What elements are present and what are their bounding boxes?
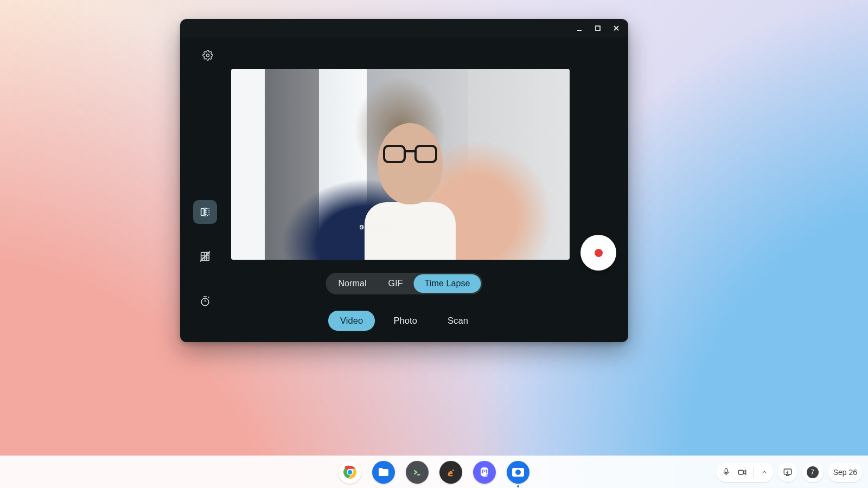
shelf-pinned-apps: [339, 461, 529, 484]
minimize-button[interactable]: [572, 21, 587, 36]
mirror-icon: [199, 206, 211, 218]
svg-rect-5: [201, 209, 205, 216]
active-app-indicator: [517, 485, 519, 487]
shelf: 7 Sep 26: [0, 455, 868, 488]
screen-capture-button[interactable]: [778, 463, 797, 482]
shelf-status-area: 7 Sep 26: [716, 463, 863, 482]
window-titlebar: [180, 19, 628, 37]
app-camera[interactable]: [507, 461, 529, 484]
squirrel-icon: [444, 465, 458, 479]
svg-rect-1: [596, 26, 600, 30]
video-mode-selector: Normal GIF Time Lapse: [326, 273, 482, 294]
svg-rect-7: [206, 209, 209, 216]
date-button[interactable]: Sep 26: [828, 463, 863, 482]
settings-button[interactable]: [200, 47, 216, 63]
left-tools: [193, 200, 217, 313]
chrome-icon: [341, 464, 359, 481]
capture-mode-video[interactable]: Video: [328, 311, 375, 331]
svg-line-13: [200, 252, 210, 261]
video-mode-timelapse[interactable]: Time Lapse: [414, 274, 481, 293]
camera-app-window: Google: [180, 19, 628, 342]
app-terminal[interactable]: [406, 461, 429, 484]
mic-icon: [722, 467, 731, 477]
app-mastodon[interactable]: [473, 461, 496, 484]
video-mode-normal[interactable]: Normal: [327, 274, 377, 293]
video-icon: [737, 467, 747, 477]
svg-point-20: [348, 470, 353, 474]
viewfinder-content: [383, 145, 437, 164]
svg-line-17: [208, 297, 209, 298]
screen-capture-icon: [783, 467, 793, 477]
svg-marker-26: [744, 470, 746, 474]
mirror-button[interactable]: [193, 200, 217, 224]
svg-rect-25: [738, 470, 743, 474]
viewfinder-content: [365, 202, 456, 260]
svg-rect-23: [725, 468, 727, 473]
terminal-icon: [411, 466, 423, 478]
app-files[interactable]: [372, 461, 395, 484]
media-indicators[interactable]: [716, 463, 774, 482]
app-chrome[interactable]: [339, 461, 361, 484]
mastodon-icon: [478, 466, 491, 479]
camera-viewfinder: Google: [231, 69, 570, 260]
video-mode-gif[interactable]: GIF: [378, 274, 414, 293]
svg-point-4: [207, 54, 209, 57]
date-text: Sep 26: [833, 468, 857, 477]
capture-mode-scan[interactable]: Scan: [436, 311, 480, 331]
timer-button[interactable]: [193, 289, 217, 313]
timer-icon: [199, 295, 211, 307]
capture-mode-photo[interactable]: Photo: [381, 311, 429, 331]
app-generic[interactable]: [439, 461, 462, 484]
close-button[interactable]: [609, 21, 624, 36]
record-button[interactable]: [580, 235, 616, 271]
gear-icon: [202, 50, 213, 61]
chevron-up-icon: [761, 468, 768, 476]
viewfinder-mirrored-text: Google: [359, 222, 389, 231]
tray-separator: [754, 467, 754, 478]
maximize-button[interactable]: [590, 21, 605, 36]
grid-off-icon: [199, 251, 211, 262]
notification-count-badge: 7: [807, 466, 819, 478]
files-icon: [377, 466, 390, 479]
notifications-button[interactable]: 7: [802, 463, 824, 482]
capture-mode-selector: Video Photo Scan: [328, 311, 480, 331]
grid-button[interactable]: [193, 245, 217, 268]
window-body: Google: [180, 37, 628, 342]
record-dot-icon: [595, 249, 603, 257]
